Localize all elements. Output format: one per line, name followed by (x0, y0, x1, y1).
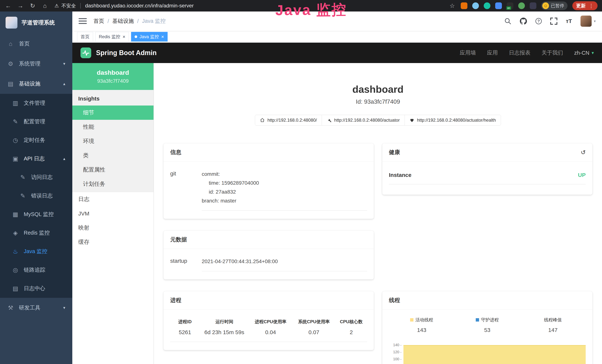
extension-icon-1[interactable] (461, 2, 467, 9)
sidebar-item-java-monitor[interactable]: ♨ Java 监控 (0, 242, 72, 261)
home-icon[interactable]: ⌂ (41, 2, 49, 9)
sba-locale-select[interactable]: zh-CN ▾ (574, 50, 594, 56)
sidebar-item-mysql-monitor[interactable]: ▦ MySQL 监控 (0, 205, 72, 224)
sidebar-item-label: 基础设施 (19, 80, 40, 87)
sidebar-item-access-logs[interactable]: ✎ 访问日志 (0, 168, 72, 187)
legend-daemon-threads: 守护进程 53 (454, 317, 520, 333)
process-values-row: 5261 6d 23h 15m 59s 0.04 0.07 2 (170, 329, 367, 342)
tab-label: Java 监控 (140, 34, 159, 40)
live-threads-area (403, 345, 586, 364)
sidebar-item-label: Java 监控 (24, 248, 47, 255)
sba-nav-wallboard[interactable]: 应用墙 (460, 49, 476, 57)
sidebar-item-error-logs[interactable]: ✎ 错误日志 (0, 187, 72, 205)
sba-nav-jvm[interactable]: JVM (72, 206, 153, 221)
sidebar-item-tracing[interactable]: ◎ 链路追踪 (0, 261, 72, 279)
tab-redis-monitor[interactable]: Redis 监控 × (95, 32, 129, 42)
sidebar-item-label: 系统管理 (19, 60, 40, 67)
mysql-icon: ▦ (12, 211, 19, 218)
app-logo (6, 17, 17, 29)
sba-nav-about[interactable]: 关于我们 (542, 49, 563, 57)
sba-item-label: JVM (78, 211, 89, 217)
close-icon[interactable]: × (123, 34, 125, 39)
chrome-update-button[interactable]: 更新 ⋮ (572, 1, 598, 10)
sidebar-item-home[interactable]: ⌂ 首页 (0, 34, 72, 54)
metadata-card-header: 元数据 (163, 231, 374, 249)
reload-icon[interactable]: ↻ (29, 2, 36, 9)
sidebar-item-api-logs[interactable]: ▣ API 日志 ▴ (0, 150, 72, 168)
user-menu[interactable]: ▾ (580, 16, 596, 27)
detail-cards: 信息 git commit: time: 1596289704000 id: 2 (154, 126, 602, 364)
tab-label: 首页 (81, 34, 90, 40)
sba-instance-header[interactable]: dashboard 93a3fc7f7409 (72, 63, 153, 90)
close-icon[interactable]: × (161, 34, 164, 39)
bookmark-star-icon[interactable]: ☆ (449, 2, 456, 9)
info-key: git (170, 170, 202, 211)
help-icon[interactable]: ? (536, 18, 542, 24)
threads-chart-yaxis: 140 120 100 (389, 344, 403, 364)
extension-on-badge: on (506, 6, 511, 10)
sba-nav-scheduled-tasks[interactable]: 计划任务 (72, 177, 153, 191)
address-bar[interactable]: ⚠ 不安全 dashboard.yudao.iocoder.cn/infra/a… (54, 3, 194, 9)
sidebar-item-config-management[interactable]: ✎ 配置管理 (0, 112, 72, 131)
extension-icon-4[interactable] (495, 2, 502, 9)
instance-name: dashboard (97, 69, 129, 76)
metadata-card: 元数据 startup 2021-04-27T00:44:31.254+08:0… (163, 231, 374, 279)
font-size-icon[interactable]: тT (566, 18, 572, 24)
sba-nav-config-props[interactable]: 配置属性 (72, 163, 153, 177)
sba-nav-journal[interactable]: 日志报表 (509, 49, 530, 57)
extension-icon-7[interactable] (530, 2, 536, 9)
extension-icon-5[interactable]: on (507, 2, 513, 9)
hamburger-icon[interactable] (79, 18, 87, 24)
sba-nav-applications[interactable]: 应用 (487, 49, 498, 57)
forward-icon[interactable]: → (17, 2, 24, 9)
info-value: commit: time: 1596289704000 id: 27aa832 … (202, 170, 367, 211)
github-icon[interactable] (520, 18, 527, 25)
navbar-actions: ? тT ▾ (504, 16, 596, 27)
extension-icon-6[interactable] (518, 2, 525, 9)
sidebar-item-infrastructure[interactable]: ▤ 基础设施 ▴ (0, 74, 72, 94)
sba-item-label: 映射 (78, 224, 89, 232)
health-url-button[interactable]: http://192.168.0.2:48080/actuator/health (405, 115, 501, 126)
sba-nav-environment[interactable]: 环境 (72, 134, 153, 148)
url-separator (80, 3, 81, 9)
sidebar-item-scheduled-jobs[interactable]: ◷ 定时任务 (0, 131, 72, 150)
breadcrumb-infrastructure[interactable]: 基础设施 (112, 17, 134, 25)
sidebar-item-system[interactable]: ⚙ 系统管理 ▾ (0, 54, 72, 74)
extension-icon-3[interactable] (484, 2, 490, 9)
process-card-body: 进程ID 运行时间 进程CPU使用率 系统CPU使用率 CPU核心数 (163, 310, 374, 350)
live-threads-swatch (410, 318, 413, 321)
sba-nav-classes[interactable]: 类 (72, 148, 153, 163)
app-menu: ⌂ 首页 ⚙ 系统管理 ▾ ▤ 基础设施 ▴ ▥ 文件管理 (0, 34, 72, 318)
card-title: 信息 (170, 149, 181, 156)
url-text[interactable]: dashboard.yudao.iocoder.cn/infra/admin-s… (85, 3, 194, 9)
actuator-url-button[interactable]: http://192.168.0.2:48080/actuator (322, 115, 405, 126)
tab-java-monitor[interactable]: Java 监控 × (131, 32, 168, 42)
chevron-down-icon: ▾ (63, 61, 65, 66)
service-url-button[interactable]: http://192.168.0.2:48080/ (255, 115, 322, 126)
sba-insights-group: Insights 细节 性能 环境 类 (72, 90, 153, 192)
sidebar-item-file-management[interactable]: ▥ 文件管理 (0, 94, 72, 112)
history-icon[interactable]: ↺ (581, 149, 586, 156)
sba-nav-mappings[interactable]: 映射 (72, 221, 153, 235)
sidebar-item-label: 链路追踪 (24, 266, 45, 274)
sba-nav-metrics[interactable]: 性能 (72, 120, 153, 134)
tab-home[interactable]: 首页 (77, 32, 93, 42)
sba-nav-caches[interactable]: 缓存 (72, 235, 153, 249)
health-row-instance[interactable]: Instance UP (389, 172, 586, 184)
sba-nav-details[interactable]: 细节 (72, 106, 153, 120)
profile-paused-chip[interactable]: ☺ 已暂停 (541, 1, 568, 10)
sba-item-label: 细节 (83, 109, 94, 117)
sidebar-item-dev-tools[interactable]: ⚒ 研发工具 ▾ (0, 298, 72, 318)
sba-nav-logs[interactable]: 日志 (72, 192, 153, 206)
sba-logo-icon (80, 47, 91, 58)
sidebar-item-redis-monitor[interactable]: ◈ Redis 监控 (0, 224, 72, 242)
legend-peak-threads: 线程峰值 147 (520, 317, 586, 333)
app-logo-row[interactable]: 芋道管理系统 (0, 11, 72, 34)
back-icon[interactable]: ← (4, 2, 12, 9)
sidebar-item-log-center[interactable]: ▤ 日志中心 (0, 279, 72, 298)
search-icon[interactable] (504, 18, 511, 25)
browser-menu-icon[interactable]: ⋮ (589, 3, 594, 9)
fullscreen-icon[interactable] (550, 18, 557, 25)
breadcrumb-home[interactable]: 首页 (93, 17, 104, 25)
extension-icon-2[interactable] (472, 2, 479, 9)
